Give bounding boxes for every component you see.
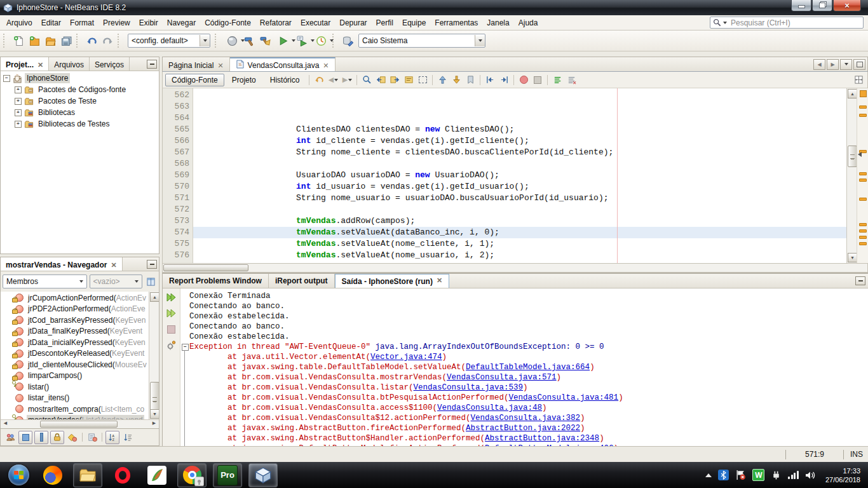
- menu-item-preview[interactable]: Preview: [98, 17, 135, 29]
- chevron-down-icon[interactable]: [200, 35, 210, 46]
- ant-settings-button[interactable]: [165, 339, 178, 351]
- line-number[interactable]: 572: [163, 204, 189, 215]
- member-item[interactable]: jtData_finalKeyPressed(KeyEvent: [1, 326, 159, 337]
- taskbar-firefox[interactable]: [39, 464, 67, 487]
- scroll-right-icon[interactable]: ▶: [150, 420, 158, 426]
- menu-item-equipe[interactable]: Equipe: [398, 17, 430, 29]
- close-tab-icon[interactable]: ✕: [111, 262, 116, 268]
- menu-item-exibir[interactable]: Exibir: [135, 17, 163, 29]
- show-constructors-button[interactable]: [34, 431, 48, 444]
- close-tab-icon[interactable]: ✕: [437, 277, 442, 283]
- config-select[interactable]: <config. default>: [128, 34, 210, 48]
- tab-list-button[interactable]: [840, 59, 852, 70]
- code-line[interactable]: tmVendas.setValueAt(nome_cliente, i, 1);: [193, 238, 846, 250]
- rectangular-selection-button[interactable]: [416, 74, 429, 86]
- stack-trace-link[interactable]: AbstractButton.java:2348: [485, 434, 599, 443]
- code-editor[interactable]: 5625635645655665675685695705715725735745…: [162, 88, 868, 263]
- scroll-thumb[interactable]: [163, 264, 248, 271]
- menu-item-executar[interactable]: Executar: [296, 17, 335, 29]
- scroll-thumb[interactable]: [40, 421, 118, 428]
- save-all-button[interactable]: [58, 33, 74, 49]
- search-scope-caret-icon[interactable]: [723, 22, 727, 24]
- toolbar-group-handle[interactable]: [3, 34, 9, 48]
- line-number[interactable]: 562: [163, 90, 189, 101]
- member-item[interactable]: mostrarVendas(List<Venda> vend: [1, 415, 159, 420]
- code-line[interactable]: tmVendas.setValueAt(nome_usuario, i, 2);: [193, 250, 846, 261]
- menu-item-navegar[interactable]: Navegar: [163, 17, 200, 29]
- member-item[interactable]: jtId_clienteMouseClicked(MouseEv: [1, 359, 159, 370]
- line-number[interactable]: 569: [163, 170, 189, 181]
- menu-item-perfil[interactable]: Perfil: [372, 17, 398, 29]
- code-line[interactable]: [193, 158, 846, 170]
- menu-item-arquivo[interactable]: Arquivo: [2, 17, 37, 29]
- warning-marker[interactable]: [859, 242, 867, 245]
- shift-left-button[interactable]: [484, 74, 496, 86]
- taskbar-opera[interactable]: [109, 464, 137, 487]
- wampserver-icon[interactable]: W: [752, 469, 764, 481]
- tree-node-bibliotecas-de-testes[interactable]: +Bibliotecas de Testes: [1, 118, 159, 130]
- tree-node-pacotes-de-teste[interactable]: +Pacotes de Teste: [1, 95, 159, 107]
- restore-button[interactable]: [812, 0, 832, 11]
- expand-toggle[interactable]: −: [3, 75, 10, 82]
- redo-button[interactable]: [100, 33, 116, 49]
- scroll-down-icon[interactable]: ▼: [150, 409, 159, 419]
- taskbar-netbeans[interactable]: [248, 463, 278, 487]
- expand-toggle[interactable]: +: [15, 86, 22, 93]
- find-next-button[interactable]: [388, 74, 401, 86]
- menu-item-janela[interactable]: Janela: [482, 17, 513, 29]
- code-line[interactable]: int id_cliente = vendas.get(i).getId_cli…: [193, 135, 846, 147]
- line-number[interactable]: 571: [163, 193, 189, 204]
- editor-vscrollbar[interactable]: ▲ ▼: [846, 88, 857, 263]
- stack-trace-link[interactable]: DefaultButtonModel.java:402: [485, 444, 614, 446]
- tab-ireport-output[interactable]: iReport output: [269, 274, 335, 288]
- view-c-digo-fonte[interactable]: Código-Fonte: [165, 74, 224, 86]
- line-number[interactable]: 566: [163, 135, 189, 147]
- output-console[interactable]: Conexão TerminadaConectando ao banco.Con…: [180, 288, 868, 446]
- line-number-gutter[interactable]: 5625635645655665675685695705715725735745…: [163, 88, 193, 263]
- stack-trace-link[interactable]: VendasConsulta.java:481: [509, 393, 619, 402]
- split-editor-button[interactable]: [852, 74, 865, 86]
- build-button[interactable]: [241, 33, 257, 49]
- warning-marker[interactable]: [859, 198, 867, 201]
- show-fields-button[interactable]: [18, 431, 32, 444]
- scroll-tabs-right-button[interactable]: ▶: [827, 59, 839, 70]
- scroll-up-icon[interactable]: ▲: [848, 89, 857, 98]
- warning-marker[interactable]: [859, 114, 867, 117]
- member-item[interactable]: listar_itens(): [1, 393, 159, 404]
- maximize-editor-button[interactable]: [853, 59, 865, 70]
- member-item[interactable]: jrPDF2ActionPerformed(ActionEve: [1, 304, 159, 315]
- close-tab-icon[interactable]: ✕: [37, 62, 43, 68]
- scroll-left-icon[interactable]: ◀: [1, 420, 10, 426]
- show-positions-button[interactable]: [86, 431, 98, 444]
- member-item[interactable]: jtDescontoKeyReleased(KeyEvent: [1, 348, 159, 360]
- action-center-flag-icon[interactable]: [735, 470, 746, 480]
- insert-mode-toggle[interactable]: INS: [850, 450, 863, 459]
- line-number[interactable]: 576: [163, 250, 189, 261]
- warning-marker[interactable]: [859, 179, 867, 182]
- toggle-bookmark-button[interactable]: [464, 74, 477, 86]
- navigator-vscrollbar[interactable]: ▲ ▼: [149, 292, 159, 419]
- stack-trace-link[interactable]: Vector.java:474: [370, 353, 442, 362]
- warning-marker[interactable]: [859, 172, 867, 175]
- stack-trace-link[interactable]: VendasConsulta.java:382: [471, 414, 581, 423]
- run-button[interactable]: [273, 33, 292, 49]
- inheritance-tree-button[interactable]: [145, 275, 157, 288]
- toolbar-group-handle[interactable]: [215, 34, 220, 48]
- close-tab-icon[interactable]: ✕: [323, 62, 329, 69]
- tab-p-gina-inicial[interactable]: Página Inicial✕: [163, 57, 230, 71]
- tab-report-problems-window[interactable]: Report Problems Window: [163, 274, 269, 288]
- scroll-down-icon[interactable]: ▼: [848, 253, 857, 262]
- taskbar-chrome[interactable]: [177, 463, 207, 487]
- show-static-members-button[interactable]: [66, 431, 79, 444]
- navigator-scope-select[interactable]: <vazio>: [90, 274, 143, 288]
- line-number[interactable]: 567: [163, 147, 189, 158]
- stack-trace-link[interactable]: DefaultTableModel.java:664: [466, 363, 590, 372]
- warning-marker[interactable]: [859, 236, 867, 239]
- db-connection-button[interactable]: [340, 33, 356, 49]
- menu-item-ferramentas[interactable]: Ferramentas: [430, 17, 482, 29]
- code-line[interactable]: ClientesDAO clientesDAO = new ClientesDA…: [193, 124, 846, 135]
- show-non-public-button[interactable]: [50, 431, 64, 444]
- minimize-panel-button[interactable]: [147, 60, 157, 69]
- tree-node-root[interactable]: −IphoneStore: [1, 72, 159, 84]
- open-project-button[interactable]: [43, 33, 58, 49]
